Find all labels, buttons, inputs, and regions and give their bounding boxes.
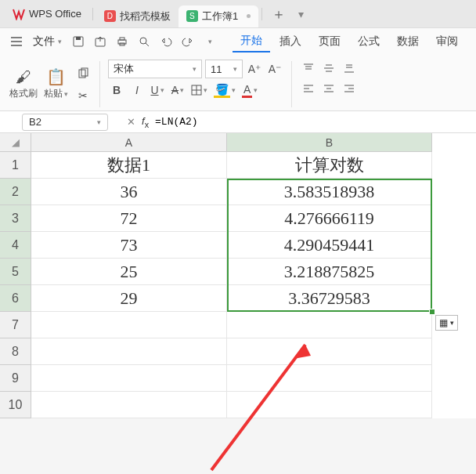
autofill-options-button[interactable]: ▦▾ <box>435 315 458 331</box>
decrease-font-button[interactable]: A⁻ <box>266 60 283 78</box>
increase-font-button[interactable]: A⁺ <box>246 60 263 78</box>
column-header-B[interactable]: B <box>227 133 432 152</box>
menu-toggle-button[interactable] <box>6 31 27 52</box>
cell[interactable]: 4.276666119 <box>227 205 432 232</box>
copy-button[interactable] <box>74 65 92 82</box>
align-top-button[interactable] <box>300 60 317 77</box>
cut-icon: ✂ <box>78 89 88 102</box>
fill-handle[interactable] <box>429 309 435 315</box>
redo-button[interactable] <box>178 31 198 52</box>
underline-button[interactable]: U▾ <box>149 81 166 99</box>
cell[interactable] <box>31 365 227 392</box>
cell[interactable]: 73 <box>31 232 227 259</box>
print-preview-button[interactable] <box>134 31 154 52</box>
paste-icon: 📋 <box>46 68 66 85</box>
file-menu[interactable]: 文件 ▾ <box>28 31 67 52</box>
align-bottom-button[interactable] <box>341 60 358 77</box>
row-header[interactable]: 3 <box>0 205 31 232</box>
row-header[interactable]: 9 <box>0 365 31 392</box>
format-painter-label: 格式刷 <box>9 87 38 100</box>
row-header[interactable]: 7 <box>0 312 31 338</box>
chevron-down-icon: ▾ <box>254 86 258 94</box>
cell[interactable] <box>227 338 432 365</box>
export-icon <box>94 35 106 48</box>
redo-icon <box>182 35 194 48</box>
fill-color-button[interactable]: 🪣▾ <box>212 81 237 99</box>
fx-button[interactable]: fx <box>142 115 149 129</box>
cell[interactable] <box>31 392 227 418</box>
font-name-select[interactable]: 宋体 ▾ <box>108 60 202 78</box>
name-box[interactable]: B2 ▾ <box>22 114 108 131</box>
hamburger-icon <box>10 36 23 47</box>
tab-menu-button[interactable]: ▾ <box>292 8 310 20</box>
undo-button[interactable] <box>156 31 176 52</box>
save-button[interactable] <box>68 31 88 52</box>
font-color-button[interactable]: A▾ <box>240 81 259 99</box>
menu-page[interactable]: 页面 <box>311 31 348 52</box>
align-left-icon <box>303 83 314 94</box>
tab-workbook[interactable]: S 工作簿1 <box>178 5 258 27</box>
format-painter-button[interactable]: 🖌 格式刷 <box>6 58 41 110</box>
cancel-formula-button[interactable]: ✕ <box>127 116 135 128</box>
fill-icon: 🪣 <box>214 83 230 98</box>
bold-icon: B <box>113 84 121 96</box>
undo-icon <box>160 35 172 48</box>
dirty-indicator-icon <box>247 14 251 18</box>
row-header[interactable]: 2 <box>0 179 31 205</box>
align-right-button[interactable] <box>341 80 358 97</box>
cell[interactable]: 25 <box>31 259 227 285</box>
strike-icon: A <box>171 84 178 96</box>
font-size-select[interactable]: 11 ▾ <box>205 60 243 78</box>
row-header[interactable]: 10 <box>0 392 31 418</box>
cell[interactable]: 数据1 <box>31 152 227 179</box>
italic-button[interactable]: I <box>128 81 146 99</box>
separator <box>261 8 262 20</box>
menu-data[interactable]: 数据 <box>389 31 427 52</box>
strikethrough-button[interactable]: A▾ <box>169 81 186 99</box>
column-header-A[interactable]: A <box>31 133 227 152</box>
menu-insert[interactable]: 插入 <box>272 31 309 52</box>
cut-button[interactable]: ✂ <box>74 87 92 104</box>
format-painter-icon: 🖌 <box>16 68 31 85</box>
qat-customize[interactable]: ▾ <box>200 31 220 52</box>
cell[interactable]: 计算对数 <box>227 152 432 179</box>
spreadsheet-grid[interactable]: ◢ A B 1 数据1 计算对数 2 36 3.583518938 3 72 4… <box>0 133 476 418</box>
cell[interactable]: 3.218875825 <box>227 259 432 285</box>
align-left-button[interactable] <box>300 80 317 97</box>
align-middle-icon <box>323 63 334 74</box>
cell[interactable]: 3.36729583 <box>227 285 432 312</box>
cell[interactable] <box>227 392 432 418</box>
border-button[interactable]: ▾ <box>189 81 209 99</box>
menu-formula[interactable]: 公式 <box>350 31 388 52</box>
new-tab-button[interactable]: ＋ <box>265 5 292 24</box>
cell[interactable] <box>227 365 432 392</box>
align-middle-button[interactable] <box>320 60 337 77</box>
menu-review[interactable]: 审阅 <box>428 31 466 52</box>
row-header[interactable]: 8 <box>0 338 31 365</box>
cell[interactable]: 4.290459441 <box>227 232 432 259</box>
save-icon <box>72 35 85 48</box>
row-header[interactable]: 6 <box>0 285 31 312</box>
row-header[interactable]: 1 <box>0 152 31 179</box>
bold-button[interactable]: B <box>108 81 125 99</box>
align-center-button[interactable] <box>320 80 337 97</box>
export-button[interactable] <box>90 31 110 52</box>
formula-input[interactable] <box>155 116 470 128</box>
cell[interactable]: 3.583518938 <box>227 179 432 205</box>
cell[interactable]: 72 <box>31 205 227 232</box>
tab-template-search[interactable]: D 找稻壳模板 <box>96 5 178 27</box>
row-header[interactable]: 5 <box>0 259 31 285</box>
cell[interactable] <box>227 312 432 338</box>
increase-font-icon: A⁺ <box>248 63 261 75</box>
align-center-icon <box>323 83 334 94</box>
row-header[interactable]: 4 <box>0 232 31 259</box>
paste-button[interactable]: 📋 粘贴▾ <box>41 58 71 110</box>
select-all-corner[interactable]: ◢ <box>0 133 31 152</box>
menu-home[interactable]: 开始 <box>233 31 270 52</box>
app-name: WPS Office <box>29 8 81 20</box>
cell[interactable] <box>31 312 227 338</box>
cell[interactable]: 29 <box>31 285 227 312</box>
print-button[interactable] <box>112 31 132 52</box>
cell[interactable] <box>31 338 227 365</box>
cell[interactable]: 36 <box>31 179 227 205</box>
